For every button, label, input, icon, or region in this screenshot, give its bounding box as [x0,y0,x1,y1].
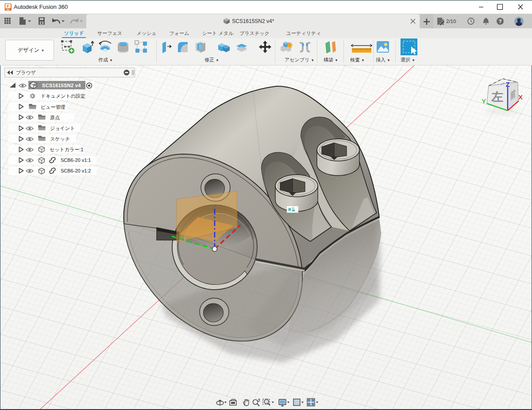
svg-text:Y: Y [482,97,486,105]
svg-text:左: 左 [491,90,504,103]
svg-text:?: ? [499,19,502,24]
svg-text:Z: Z [505,80,509,88]
svg-text:X: X [518,93,523,101]
